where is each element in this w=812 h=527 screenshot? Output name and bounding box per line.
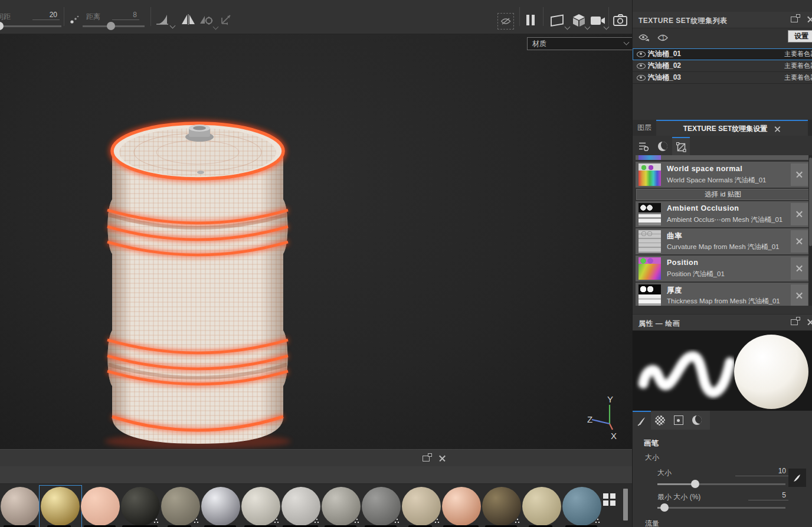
spacing-slider-thumb[interactable] [0, 22, 4, 30]
screenshot-camera-icon[interactable] [613, 14, 627, 26]
material-swatch[interactable] [522, 486, 562, 527]
distance-slider[interactable] [83, 21, 145, 31]
mesh-map-row[interactable]: Position Position 汽油桶_01 [636, 256, 809, 281]
map-remove-button[interactable] [791, 284, 808, 306]
tab-close-icon[interactable] [775, 126, 781, 132]
symmetry-icon[interactable] [181, 14, 196, 25]
material-swatch[interactable] [0, 486, 40, 527]
axis-y-label: Y [607, 395, 613, 404]
map-remove-button[interactable] [791, 257, 808, 280]
texture-set-row[interactable]: 汽油桶_01 主要着色器 [633, 48, 812, 60]
axis-gizmo[interactable]: Y Z X [587, 395, 631, 443]
mesh-map-row[interactable]: World space normal World Space Normals 汽… [636, 162, 809, 188]
brush-tab[interactable] [633, 411, 651, 431]
material-swatch[interactable] [161, 486, 201, 527]
texture-set-name: 汽油桶_01 [648, 49, 681, 59]
size-group-label: 大小 [645, 453, 659, 463]
alpha-tab[interactable] [651, 411, 669, 430]
min-size-slider-thumb[interactable] [660, 503, 669, 512]
material-tab[interactable] [687, 411, 706, 430]
maps-scrollbar[interactable] [808, 155, 812, 306]
transform-icon[interactable] [220, 13, 234, 26]
shelf-scrollbar[interactable] [623, 489, 628, 521]
material-swatch[interactable] [80, 486, 120, 527]
size-slider[interactable] [657, 479, 785, 489]
material-sphere [522, 487, 561, 526]
mesh-maps-tab[interactable] [672, 137, 690, 156]
falloff-curve-icon[interactable] [155, 13, 169, 26]
texture-set-list-float-icon[interactable] [791, 17, 798, 22]
min-size-value[interactable]: 5 [748, 491, 788, 500]
camera-view-icon[interactable] [590, 15, 607, 27]
channels-tab[interactable] [654, 137, 672, 155]
map-remove-button[interactable] [791, 203, 808, 225]
shelf-float-icon[interactable] [423, 456, 430, 461]
mesh-map-row[interactable]: Ambient Occlusion Ambient Occlus⋯om Mesh… [636, 201, 809, 227]
material-mode-dropdown[interactable]: 材质 [527, 37, 634, 50]
mesh-map-row[interactable]: 厚度 Thickness Map from Mesh 汽油桶_01 [636, 283, 809, 306]
flow-label: 流量 [645, 519, 659, 527]
shelf-grid-view-icon[interactable] [603, 493, 616, 506]
settings-button[interactable]: 设置 [788, 30, 812, 42]
falloff-dropdown-chevron[interactable] [170, 23, 176, 29]
3d-viewport[interactable]: 材质 [0, 34, 632, 449]
material-shelf [0, 484, 632, 527]
min-size-slider[interactable] [657, 503, 785, 512]
visibility-eye-icon[interactable] [637, 63, 646, 69]
shader-link[interactable]: 主要着色器 [784, 50, 812, 58]
map-remove-button[interactable] [791, 163, 808, 186]
texture-set-list: 汽油桶_01 主要着色器 汽油桶_02 主要着色器 汽油桶_03 主要着色器 [633, 48, 812, 84]
solo-view-icon[interactable]: 1 [657, 33, 669, 42]
material-swatch[interactable] [562, 486, 602, 527]
texture-set-row[interactable]: 汽油桶_02 主要着色器 [633, 60, 812, 72]
map-remove-button[interactable] [791, 230, 808, 253]
material-swatch[interactable] [40, 486, 80, 527]
mesh-display-chevron[interactable] [585, 24, 591, 30]
spacing-slider[interactable] [0, 21, 61, 31]
scatter-icon[interactable] [68, 14, 80, 26]
material-swatch[interactable] [482, 486, 522, 527]
visibility-eye-icon[interactable] [637, 75, 646, 81]
symmetry-settings-icon[interactable] [199, 14, 215, 25]
mesh-map-row-partial[interactable] [636, 155, 809, 160]
viewport-mode-icon[interactable] [550, 14, 567, 27]
pressure-pen-button[interactable] [788, 469, 806, 487]
pause-icon[interactable] [526, 15, 535, 25]
spacing-value[interactable]: 20 [32, 11, 60, 20]
material-swatch[interactable] [201, 486, 241, 527]
select-id-map-button[interactable]: 选择 id 贴图 [636, 189, 810, 200]
hide-stroke-preview-icon[interactable] [497, 13, 514, 30]
symmetry-dropdown-chevron[interactable] [213, 24, 219, 30]
material-swatch[interactable] [120, 486, 161, 527]
material-mode-chevron [624, 39, 630, 45]
properties-float-icon[interactable] [791, 319, 798, 325]
material-swatch[interactable] [361, 486, 401, 527]
material-swatch[interactable] [321, 486, 361, 527]
shader-link[interactable]: 主要着色器 [784, 73, 812, 82]
distance-value[interactable]: 8 [112, 11, 139, 20]
refresh-visibility-icon[interactable] [638, 33, 650, 42]
viewport-mode-chevron[interactable] [565, 24, 571, 30]
material-swatch[interactable] [441, 486, 482, 527]
shader-link[interactable]: 主要着色器 [784, 61, 812, 70]
properties-close-icon[interactable] [807, 319, 812, 325]
size-label: 大小 [657, 468, 672, 478]
tab-texture-set-settings[interactable]: TEXTURE SET纹理集设置 [656, 120, 808, 137]
texture-set-list-close-icon[interactable] [807, 16, 812, 22]
material-swatch[interactable] [281, 486, 321, 527]
stencil-tab[interactable] [669, 411, 687, 430]
size-slider-thumb[interactable] [691, 480, 699, 488]
visibility-eye-icon[interactable] [637, 51, 646, 57]
properties-icon-tabs [633, 411, 812, 430]
distance-slider-thumb[interactable] [107, 22, 115, 30]
tab-layers[interactable]: 图层 [633, 120, 656, 136]
material-swatch[interactable] [241, 486, 281, 527]
mesh-map-row[interactable]: 曲率 Curvature Map from Mesh 汽油桶_01 [636, 228, 809, 254]
right-dock: TEXTURE SET纹理集列表 1 设置 [632, 0, 812, 527]
material-swatch[interactable] [401, 486, 441, 527]
size-value[interactable]: 10 [735, 467, 788, 476]
general-settings-tab[interactable] [635, 137, 653, 155]
shelf-close-icon[interactable] [439, 455, 446, 461]
texture-set-row[interactable]: 汽油桶_03 主要着色器 [633, 72, 812, 84]
substance-painter-window: 间距 20 距离 8 [0, 0, 812, 527]
